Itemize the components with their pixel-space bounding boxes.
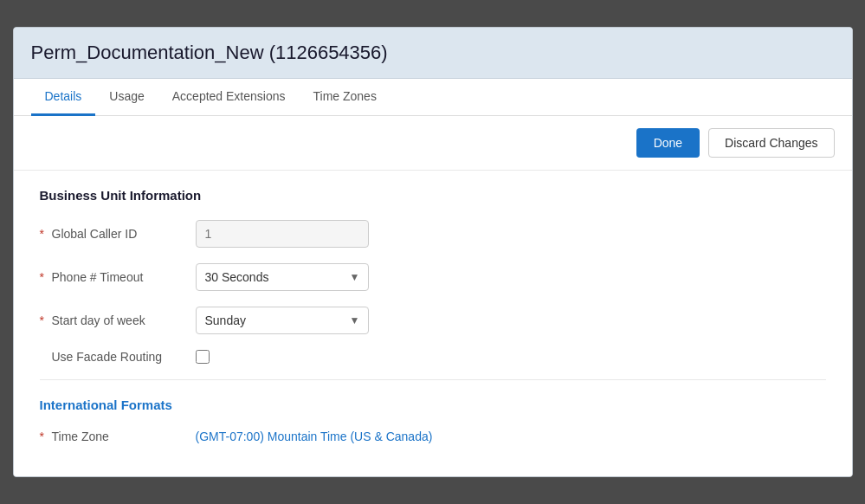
tab-accepted-extensions[interactable]: Accepted Extensions [158, 79, 300, 116]
discard-changes-button[interactable]: Discard Changes [708, 128, 834, 158]
global-caller-id-row: Global Caller ID [40, 220, 826, 248]
business-unit-title: Business Unit Information [40, 188, 826, 203]
page-title: Perm_Documentation_New (1126654356) [31, 42, 835, 64]
main-window: Perm_Documentation_New (1126654356) Deta… [13, 27, 853, 477]
facade-routing-checkbox[interactable] [196, 350, 210, 364]
tab-time-zones[interactable]: Time Zones [300, 79, 391, 116]
tab-details[interactable]: Details [31, 79, 96, 116]
done-button[interactable]: Done [636, 128, 700, 158]
content-area: Done Discard Changes Business Unit Infor… [14, 116, 852, 476]
tab-usage[interactable]: Usage [95, 79, 158, 116]
time-zone-row: Time Zone (GMT-07:00) Mountain Time (US … [40, 430, 826, 443]
tab-bar: Details Usage Accepted Extensions Time Z… [14, 79, 852, 116]
international-formats-title: International Formats [40, 397, 826, 412]
global-caller-id-input[interactable] [196, 220, 369, 248]
section-divider [40, 379, 826, 380]
phone-timeout-select[interactable]: 15 Seconds 30 Seconds 45 Seconds 60 Seco… [196, 263, 369, 291]
facade-routing-label: Use Facade Routing [40, 350, 196, 364]
phone-timeout-row: Phone # Timeout 15 Seconds 30 Seconds 45… [40, 263, 826, 291]
start-day-label: Start day of week [40, 313, 196, 327]
global-caller-id-label: Global Caller ID [40, 227, 196, 241]
phone-timeout-label: Phone # Timeout [40, 270, 196, 284]
phone-timeout-select-wrapper: 15 Seconds 30 Seconds 45 Seconds 60 Seco… [196, 263, 369, 291]
start-day-select[interactable]: Sunday Monday Tuesday Wednesday Thursday… [196, 307, 369, 334]
toolbar: Done Discard Changes [14, 116, 852, 171]
start-day-select-wrapper: Sunday Monday Tuesday Wednesday Thursday… [196, 307, 369, 334]
start-day-row: Start day of week Sunday Monday Tuesday … [40, 307, 826, 334]
facade-routing-row: Use Facade Routing [40, 350, 826, 364]
time-zone-value[interactable]: (GMT-07:00) Mountain Time (US & Canada) [196, 430, 433, 443]
business-unit-section: Business Unit Information Global Caller … [14, 171, 852, 476]
facade-routing-checkbox-wrapper [196, 350, 210, 364]
time-zone-label: Time Zone [40, 430, 196, 443]
title-bar: Perm_Documentation_New (1126654356) [14, 28, 852, 79]
